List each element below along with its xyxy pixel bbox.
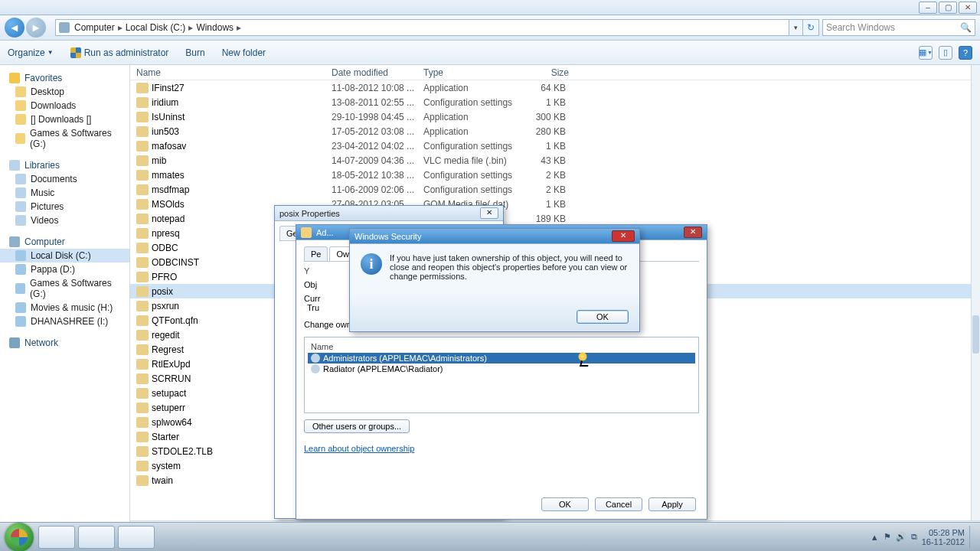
sidebar-item[interactable]: DHANASHREE (I:): [0, 315, 129, 328]
sidebar-item[interactable]: Desktop: [0, 85, 129, 99]
sidebar-item[interactable]: Local Disk (C:): [0, 249, 129, 262]
sidebar-item[interactable]: Videos: [0, 214, 129, 227]
file-row[interactable]: iridium13-08-2011 02:55 ...Configuration…: [130, 95, 971, 109]
alert-ok-button[interactable]: OK: [577, 310, 629, 324]
file-row[interactable]: iun50317-05-2012 03:08 ...Application280…: [130, 124, 971, 139]
vertical-scrollbar[interactable]: [971, 65, 980, 520]
task-ie[interactable]: [78, 526, 115, 549]
tray-flag-icon[interactable]: ⚑: [884, 532, 891, 542]
crumb-windows[interactable]: Windows: [196, 22, 234, 33]
tray-clock[interactable]: 05:28 PM16-11-2012: [922, 528, 965, 546]
file-row[interactable]: IFinst2711-08-2012 10:08 ...Application6…: [130, 80, 971, 95]
sidebar-computer[interactable]: Computer: [0, 235, 129, 249]
owner-administrators[interactable]: Administrators (APPLEMAC\Administrators): [308, 353, 695, 364]
advsec-cancel-button[interactable]: Cancel: [595, 497, 642, 511]
file-icon: [136, 257, 149, 268]
col-size[interactable]: Size: [515, 67, 569, 78]
tray-network-icon[interactable]: ⧉: [911, 532, 917, 542]
info-icon: i: [361, 253, 382, 275]
sidebar-favorites[interactable]: Favorites: [0, 71, 129, 85]
minimize-button[interactable]: –: [919, 2, 937, 14]
maximize-button[interactable]: ▢: [939, 2, 957, 14]
tray-volume-icon[interactable]: 🔊: [896, 532, 906, 542]
scrollbar-thumb[interactable]: [972, 315, 979, 354]
newfolder-button[interactable]: New folder: [222, 47, 266, 58]
col-name[interactable]: Name: [136, 67, 332, 78]
address-dropdown[interactable]: ▾: [789, 19, 803, 36]
nav-sidebar: Favorites DesktopDownloads[] Downloads […: [0, 65, 130, 551]
owner-listbox[interactable]: Name Administrators (APPLEMAC\Administra…: [304, 337, 699, 413]
tab-permissions[interactable]: Pe: [304, 246, 328, 261]
show-desktop-button[interactable]: [969, 526, 975, 549]
sidebar-network[interactable]: Network: [0, 336, 129, 350]
start-button[interactable]: [5, 523, 34, 552]
system-tray[interactable]: ▲ ⚑ 🔊 ⧉ 05:28 PM16-11-2012: [871, 526, 975, 549]
owner-col-name: Name: [308, 341, 695, 353]
col-type[interactable]: Type: [423, 67, 515, 78]
search-placeholder: Search Windows: [826, 22, 895, 33]
folder-icon: [301, 227, 312, 238]
alert-close-button[interactable]: ✕: [612, 230, 635, 242]
folder-icon: [15, 316, 26, 327]
col-date[interactable]: Date modified: [332, 67, 423, 78]
file-icon: [136, 97, 149, 108]
window-titlebar: – ▢ ✕: [0, 0, 980, 15]
sidebar-item[interactable]: Downloads: [0, 99, 129, 112]
other-users-button[interactable]: Other users or groups...: [304, 419, 410, 433]
task-explorer[interactable]: [38, 526, 75, 549]
command-bar: Organize▼ Run as administrator Burn New …: [0, 41, 980, 65]
close-button[interactable]: ✕: [959, 2, 977, 14]
advsec-apply-button[interactable]: Apply: [648, 497, 696, 511]
folder-icon: [15, 283, 25, 294]
windows-security-dialog: Windows Security ✕ i If you have just ta…: [349, 228, 640, 332]
folder-icon: [15, 114, 26, 125]
learn-ownership-link[interactable]: Learn about object ownership: [304, 444, 414, 453]
crumb-localdisk[interactable]: Local Disk (C:): [126, 22, 186, 33]
help-button[interactable]: ?: [959, 46, 972, 60]
file-row[interactable]: mafosav23-04-2012 04:02 ...Configuration…: [130, 139, 971, 153]
folder-icon: [15, 86, 26, 97]
back-button[interactable]: ◄: [5, 18, 24, 37]
organize-menu[interactable]: Organize▼: [8, 47, 54, 58]
advsec-title: Ad...: [316, 228, 334, 237]
sidebar-libraries[interactable]: Libraries: [0, 158, 129, 172]
refresh-button[interactable]: ↻: [802, 19, 819, 36]
sidebar-item[interactable]: Movies & music (H:): [0, 301, 129, 315]
forward-button[interactable]: ►: [26, 18, 46, 37]
file-row[interactable]: msdfmap11-06-2009 02:06 ...Configuration…: [130, 182, 971, 197]
alert-title: Windows Security: [354, 232, 421, 241]
tray-chevron-icon[interactable]: ▲: [871, 533, 879, 542]
shield-icon: [70, 47, 81, 58]
sidebar-item[interactable]: Music: [0, 186, 129, 200]
preview-pane-button[interactable]: ▯: [939, 46, 952, 60]
sidebar-item[interactable]: [] Downloads []: [0, 112, 129, 126]
search-input[interactable]: Search Windows 🔍: [822, 19, 975, 36]
folder-icon: [15, 250, 26, 261]
file-icon: [136, 446, 149, 457]
posix-close-button[interactable]: ✕: [480, 207, 498, 219]
file-row[interactable]: mib14-07-2009 04:36 ...VLC media file (.…: [130, 153, 971, 168]
runas-button[interactable]: Run as administrator: [70, 47, 169, 58]
task-app[interactable]: [118, 526, 155, 549]
file-row[interactable]: IsUninst29-10-1998 04:45 ...Application3…: [130, 109, 971, 124]
file-icon: [136, 432, 149, 442]
advsec-close-button[interactable]: ✕: [684, 227, 702, 238]
sidebar-item[interactable]: Pappa (D:): [0, 262, 129, 276]
owner-radiator[interactable]: Radiator (APPLEMAC\Radiator): [308, 364, 695, 374]
crumb-computer[interactable]: Computer: [74, 22, 115, 33]
sidebar-item[interactable]: Games & Softwares (G:): [0, 276, 129, 301]
folder-icon: [15, 187, 26, 198]
sidebar-item[interactable]: Documents: [0, 172, 129, 186]
view-menu[interactable]: ▦▼: [919, 46, 933, 60]
file-row[interactable]: mmates18-05-2012 10:38 ...Configuration …: [130, 168, 971, 182]
burn-button[interactable]: Burn: [185, 47, 204, 58]
file-icon: [136, 286, 149, 297]
file-row[interactable]: MSOlds27-08-2012 03:05 ...GOM Media file…: [130, 197, 971, 211]
advsec-ok-button[interactable]: OK: [541, 497, 589, 511]
sidebar-item[interactable]: Games & Softwares (G:): [0, 126, 129, 151]
user-icon: [311, 364, 320, 373]
folder-icon: [15, 174, 26, 184]
sidebar-item[interactable]: Pictures: [0, 200, 129, 214]
column-header[interactable]: Name Date modified Type Size: [130, 65, 971, 80]
address-bar[interactable]: Computer▸ Local Disk (C:)▸ Windows▸: [55, 19, 789, 36]
